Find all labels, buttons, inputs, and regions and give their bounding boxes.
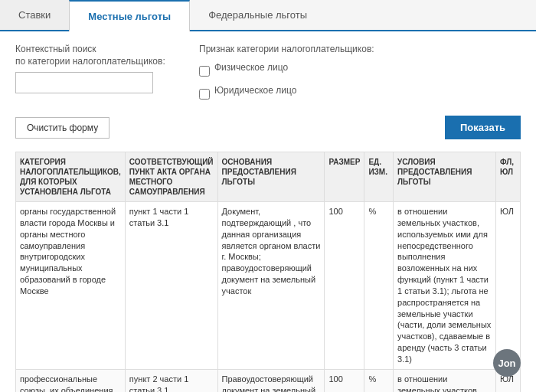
cell-conditions: в отношении земельных участков, предоста… xyxy=(394,369,496,392)
col-header-size: РАЗМЕР xyxy=(325,152,364,202)
col-header-fl: ФЛ, ЮЛ xyxy=(496,152,521,202)
cell-basis: Документ, подтверждающий , что данная ор… xyxy=(217,202,325,370)
urlico-checkbox[interactable] xyxy=(199,89,210,100)
fizlico-item: Физическое лицо xyxy=(199,62,521,80)
cell-unit: % xyxy=(364,202,394,370)
tab-stavki[interactable]: Ставки xyxy=(0,0,69,30)
cell-category: профессиональные союзы, их объединения (… xyxy=(16,369,126,392)
search-label: Контекстный поискпо категории налогоплат… xyxy=(15,44,168,67)
table-row: органы государственной власти города Мос… xyxy=(16,202,521,370)
search-input[interactable] xyxy=(15,72,153,93)
cell-conditions: в отношении земельных участков, использу… xyxy=(394,202,496,370)
col-header-conditions: УСЛОВИЯ ПРЕДОСТАВЛЕНИЯ ЛЬГОТЫ xyxy=(394,152,496,202)
cell-basis: Правоудостоверяющий документ на земельны… xyxy=(217,369,325,392)
tabs-container: Ставки Местные льготы Федеральные льготы xyxy=(0,0,536,31)
table-row: профессиональные союзы, их объединения (… xyxy=(16,369,521,392)
category-section: Признак категории налогоплательщиков: Фи… xyxy=(199,44,521,103)
col-header-act: СООТВЕТСТВУЮЩИЙ ПУНКТ АКТА ОРГАНА МЕСТНО… xyxy=(125,152,217,202)
cell-size: 100 xyxy=(325,369,364,392)
col-header-basis: ОСНОВАНИЯ ПРЕДОСТАВЛЕНИЯ ЛЬГОТЫ xyxy=(217,152,325,202)
show-button[interactable]: Показать xyxy=(445,116,521,139)
fizlico-label[interactable]: Физическое лицо xyxy=(214,62,288,73)
urlico-item: Юридическое лицо xyxy=(199,85,521,103)
tab-mestnye[interactable]: Местные льготы xyxy=(69,0,190,31)
table-header-row: КАТЕГОРИЯ НАЛОГОПЛАТЕЛЬЩИКОВ, ДЛЯ КОТОРЫ… xyxy=(16,152,521,202)
tab-bar: Ставки Местные льготы Федеральные льготы xyxy=(0,0,536,31)
button-row: Очистить форму Показать xyxy=(15,116,521,139)
avatar[interactable]: Jon xyxy=(493,349,521,377)
urlico-label[interactable]: Юридическое лицо xyxy=(214,85,296,96)
cell-act: пункт 2 части 1 статьи 3.1 xyxy=(125,369,217,392)
col-header-unit: ЕД. ИЗМ. xyxy=(364,152,394,202)
cell-act: пункт 1 части 1 статьи 3.1 xyxy=(125,202,217,370)
filter-area: Контекстный поискпо категории налогоплат… xyxy=(15,44,521,103)
cell-unit: % xyxy=(364,369,394,392)
cell-size: 100 xyxy=(325,202,364,370)
checkbox-group: Физическое лицо Юридическое лицо xyxy=(199,62,521,103)
fizlico-checkbox[interactable] xyxy=(199,66,210,77)
cell-category: органы государственной власти города Мос… xyxy=(16,202,126,370)
cell-fl-ul: ЮЛ xyxy=(496,202,521,370)
col-header-category: КАТЕГОРИЯ НАЛОГОПЛАТЕЛЬЩИКОВ, ДЛЯ КОТОРЫ… xyxy=(16,152,126,202)
category-label: Признак категории налогоплательщиков: xyxy=(199,44,521,54)
clear-button[interactable]: Очистить форму xyxy=(15,117,109,139)
main-content: Контекстный поискпо категории налогоплат… xyxy=(0,31,536,392)
tab-federalnye[interactable]: Федеральные льготы xyxy=(190,0,325,30)
results-table-container: КАТЕГОРИЯ НАЛОГОПЛАТЕЛЬЩИКОВ, ДЛЯ КОТОРЫ… xyxy=(15,152,521,392)
results-table: КАТЕГОРИЯ НАЛОГОПЛАТЕЛЬЩИКОВ, ДЛЯ КОТОРЫ… xyxy=(15,152,521,392)
search-section: Контекстный поискпо категории налогоплат… xyxy=(15,44,168,93)
